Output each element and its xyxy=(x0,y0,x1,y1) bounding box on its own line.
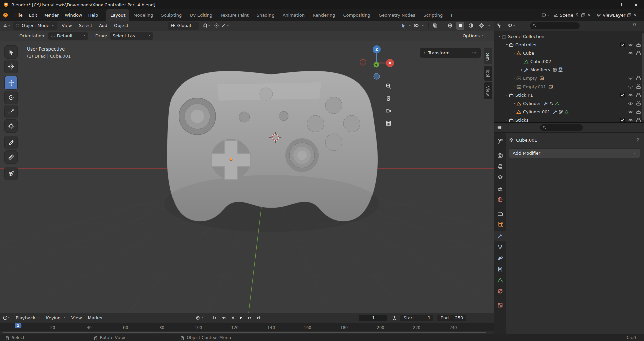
outliner-row-cube[interactable]: Cube xyxy=(494,49,644,57)
stopwatch-icon[interactable] xyxy=(392,315,397,320)
properties-tab-collection[interactable] xyxy=(494,209,506,219)
filter-funnel-icon[interactable] xyxy=(632,23,637,28)
proportional-editing-icon[interactable] xyxy=(214,23,219,28)
play-rev-button[interactable] xyxy=(228,314,236,322)
outliner-row-empty[interactable]: Empty xyxy=(494,74,644,82)
current-frame-field[interactable]: 1 xyxy=(359,315,387,321)
screen-layout-icon[interactable] xyxy=(542,13,546,17)
outliner-row-cylinder[interactable]: Cylinder xyxy=(494,99,644,108)
tool-add-cube-button[interactable] xyxy=(5,167,17,180)
minimize-button[interactable] xyxy=(596,0,612,9)
snap-magnet-icon[interactable] xyxy=(203,23,208,28)
workspace-tab-rendering[interactable]: Rendering xyxy=(309,9,339,21)
viewlayer-selector[interactable]: ViewLayer xyxy=(595,12,639,18)
array-icon[interactable] xyxy=(559,110,563,114)
sidebar-tab-view[interactable]: View xyxy=(484,82,492,99)
outliner-row-cylinder-001[interactable]: Cylinder.001 xyxy=(494,108,644,116)
menu-help[interactable]: Help xyxy=(85,9,101,21)
properties-search-input[interactable] xyxy=(540,124,583,131)
checkbox-icon[interactable] xyxy=(620,42,625,47)
editor-type-timeline-icon[interactable] xyxy=(3,315,8,320)
subsurf-active-icon[interactable] xyxy=(558,68,563,72)
expand-right-icon[interactable] xyxy=(512,102,516,105)
workspace-tab-uv-editing[interactable]: UV Editing xyxy=(186,9,216,21)
workspace-tab-sculpting[interactable]: Sculpting xyxy=(157,9,186,21)
workspace-tab-scripting[interactable]: Scripting xyxy=(419,9,447,21)
outliner-scrollbar[interactable] xyxy=(642,33,644,120)
properties-tab-output[interactable] xyxy=(494,161,506,171)
tool-annotate-button[interactable] xyxy=(5,136,17,149)
outliner-row-scene-collection[interactable]: Scene Collection xyxy=(494,32,644,41)
maximize-button[interactable] xyxy=(612,0,628,9)
properties-tab-render[interactable] xyxy=(494,150,506,160)
jump-start-button[interactable] xyxy=(211,314,219,322)
sidebar-tab-item[interactable]: Item xyxy=(484,48,492,64)
expand-right-icon[interactable] xyxy=(512,77,516,80)
panel-drag-dots-icon[interactable]: :::: xyxy=(472,51,478,55)
prev-key-button[interactable] xyxy=(219,314,228,322)
eye-icon[interactable] xyxy=(628,93,633,98)
image-icon[interactable] xyxy=(540,76,544,80)
mode-dropdown[interactable]: Object Mode xyxy=(13,22,57,30)
editor-type-3d-icon[interactable] xyxy=(3,23,8,28)
workspace-tab-modeling[interactable]: Modeling xyxy=(129,9,157,21)
expand-down-icon[interactable] xyxy=(504,94,509,97)
expand-down-icon[interactable] xyxy=(504,119,509,122)
camera-icon[interactable] xyxy=(636,76,641,81)
workspace-tab-animation[interactable]: Animation xyxy=(279,9,309,21)
pin-icon[interactable] xyxy=(636,138,640,143)
timeline-menu-playback[interactable]: Playback xyxy=(13,315,43,320)
timeline-scrollbar[interactable] xyxy=(0,331,494,334)
properties-tab-view-layer[interactable] xyxy=(494,172,506,182)
properties-tab-tool[interactable] xyxy=(494,136,506,146)
camera-icon[interactable] xyxy=(636,51,641,56)
expand-right-icon[interactable] xyxy=(519,68,524,71)
camera-icon[interactable] xyxy=(636,118,641,122)
scene-selector[interactable]: Scene xyxy=(552,12,593,18)
expand-down-icon[interactable] xyxy=(504,43,509,46)
viewport-menu-object[interactable]: Object xyxy=(111,23,132,28)
new-scene-icon[interactable] xyxy=(581,13,585,17)
image-icon[interactable] xyxy=(549,84,553,89)
shading-solid-button[interactable] xyxy=(456,22,464,30)
expand-right-icon[interactable] xyxy=(512,85,516,88)
properties-tab-modifiers[interactable] xyxy=(494,231,506,241)
editor-type-outliner-icon[interactable] xyxy=(497,23,502,28)
viewport-menu-select[interactable]: Select xyxy=(76,23,96,28)
expand-right-icon[interactable] xyxy=(512,110,516,113)
camera-icon[interactable] xyxy=(636,109,641,114)
properties-tab-constraints[interactable] xyxy=(494,264,506,274)
eye-icon[interactable] xyxy=(628,109,633,114)
timeline-ruler[interactable]: 1 20406080100120140160180200220240 xyxy=(0,323,494,331)
show-overlays-icon[interactable] xyxy=(414,23,419,28)
eye-closed-icon[interactable] xyxy=(628,84,633,89)
tool-measure-button[interactable] xyxy=(5,151,17,163)
pan-view-button[interactable] xyxy=(384,94,393,103)
outliner-row-controller[interactable]: Controller xyxy=(494,41,644,49)
checkbox-icon[interactable] xyxy=(620,93,625,98)
new-viewlayer-icon[interactable] xyxy=(627,13,631,17)
properties-tab-object[interactable] xyxy=(494,220,506,230)
menu-render[interactable]: Render xyxy=(40,9,62,21)
expand-down-icon[interactable] xyxy=(512,52,516,55)
camera-view-button[interactable] xyxy=(384,106,393,115)
workspace-tab-texture-paint[interactable]: Texture Paint xyxy=(216,9,253,21)
timeline-scrollbar-thumb[interactable] xyxy=(3,332,486,333)
outliner-row-sticks[interactable]: Sticks xyxy=(494,116,644,122)
workspace-tab-layout[interactable]: Layout xyxy=(106,9,129,21)
skin-modifier-icon[interactable] xyxy=(553,68,557,72)
eye-icon[interactable] xyxy=(628,51,633,56)
properties-tab-texture[interactable] xyxy=(494,300,506,310)
orientation-dropdown[interactable]: Default xyxy=(48,32,88,40)
tool-rotate-button[interactable] xyxy=(5,91,17,104)
workspace-tab-shading[interactable]: Shading xyxy=(253,9,279,21)
properties-tab-particles[interactable] xyxy=(494,242,506,252)
sidebar-tab-tool[interactable]: Tool xyxy=(484,66,492,80)
properties-tab-object-data[interactable] xyxy=(494,275,506,285)
tool-select-box-button[interactable] xyxy=(5,46,17,58)
eye-closed-icon[interactable] xyxy=(628,76,633,81)
array-icon[interactable] xyxy=(549,101,554,106)
zoom-view-button[interactable] xyxy=(384,81,393,90)
drag-dropdown[interactable]: Select Las... xyxy=(110,32,153,40)
outliner-row-empty-001[interactable]: Empty.001 xyxy=(494,82,644,91)
